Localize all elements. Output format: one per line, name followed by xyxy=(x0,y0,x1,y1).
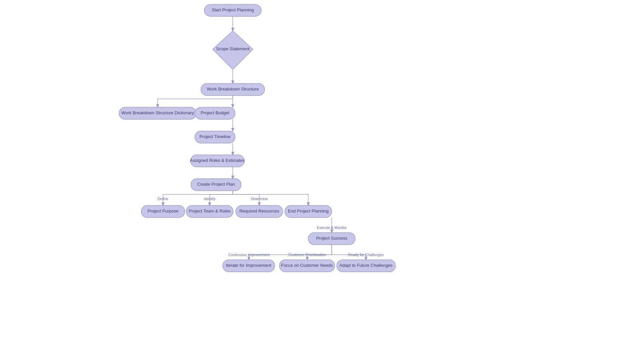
node-wbs: Work Breakdown Structure xyxy=(201,83,265,96)
label-customer: Customer Prioritization xyxy=(288,253,326,257)
node-resources: Required Resources xyxy=(236,205,283,218)
svg-text:Start Project Planning: Start Project Planning xyxy=(212,7,254,12)
svg-text:Focus on Customer Needs: Focus on Customer Needs xyxy=(281,263,333,268)
label-execute-monitor: Execute & Monitor xyxy=(317,226,347,230)
svg-text:Project Purpose: Project Purpose xyxy=(148,208,179,214)
svg-text:Work Breakdown Structure Dicti: Work Breakdown Structure Dictionary xyxy=(121,110,194,115)
connector-wbs-wbsdict xyxy=(158,96,233,107)
node-budget: Project Budget xyxy=(195,107,235,119)
node-roles: Assigned Roles & Estimates xyxy=(190,155,245,167)
svg-text:Required Resources: Required Resources xyxy=(239,208,279,214)
svg-text:Work Breakdown Structure: Work Breakdown Structure xyxy=(207,86,259,92)
svg-text:End Project Planning: End Project Planning xyxy=(288,208,328,214)
node-team: Project Team & Roles xyxy=(186,205,233,218)
svg-text:Scope Statement: Scope Statement xyxy=(216,46,250,51)
svg-text:Project Success: Project Success xyxy=(316,236,347,241)
node-plan: Create Project Plan xyxy=(191,179,241,191)
node-start: Start Project Planning xyxy=(204,4,261,16)
svg-text:Create Project Plan: Create Project Plan xyxy=(197,182,235,187)
connector-success-iterate xyxy=(249,245,332,260)
node-wbs-dict: Work Breakdown Structure Dictionary xyxy=(119,107,196,119)
connector-plan-endplanning xyxy=(233,191,308,205)
node-adapt: Adapt to Future Challenges xyxy=(337,260,395,272)
label-identify: Identify xyxy=(204,197,216,201)
node-scope: Scope Statement xyxy=(213,31,253,69)
svg-text:Assigned Roles & Estimates: Assigned Roles & Estimates xyxy=(190,158,245,163)
node-success: Project Success xyxy=(308,233,355,245)
label-define: Define xyxy=(158,197,168,201)
svg-text:Project Timeline: Project Timeline xyxy=(200,134,230,139)
node-purpose: Project Purpose xyxy=(141,205,185,218)
node-end-planning: End Project Planning xyxy=(285,205,332,218)
node-focus: Focus on Customer Needs xyxy=(279,260,335,272)
connector-success-focus xyxy=(307,245,332,260)
node-iterate: Iterate for Improvement xyxy=(223,260,275,272)
svg-text:Adapt to Future Challenges: Adapt to Future Challenges xyxy=(339,263,393,268)
label-continuous: Continuous Improvement xyxy=(228,253,270,257)
label-determine: Determine xyxy=(251,197,268,201)
connector-plan-purpose xyxy=(163,191,233,205)
label-challenges: Ready for Challenges xyxy=(348,253,384,257)
connector-success-adapt xyxy=(332,245,366,260)
svg-text:Project Team & Roles: Project Team & Roles xyxy=(189,208,231,214)
svg-text:Project Budget: Project Budget xyxy=(201,110,229,115)
node-timeline: Project Timeline xyxy=(195,131,235,143)
svg-text:Iterate for Improvement: Iterate for Improvement xyxy=(226,263,271,268)
